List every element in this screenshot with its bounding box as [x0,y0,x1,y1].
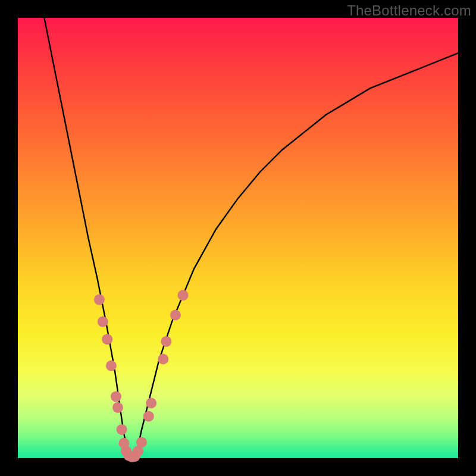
marker-dot [94,295,105,305]
chart-svg [18,18,458,458]
marker-dot [161,336,171,347]
marker-dot [112,402,123,413]
marker-dot [178,290,189,300]
chart-stage: TheBottleneck.com [0,0,476,476]
watermark-text: TheBottleneck.com [347,2,471,19]
marker-dot [146,398,156,409]
marker-dot [98,317,108,327]
plot-area [18,18,458,458]
marker-dot [136,437,147,447]
marker-dot [158,354,168,365]
marker-dot [102,334,112,345]
marker-dot [143,411,154,422]
marker-dot [111,391,121,402]
marker-dot [170,310,181,321]
marker-group [94,290,189,462]
marker-dot [117,424,127,435]
marker-dot [106,361,117,371]
bottleneck-curve [44,18,458,458]
